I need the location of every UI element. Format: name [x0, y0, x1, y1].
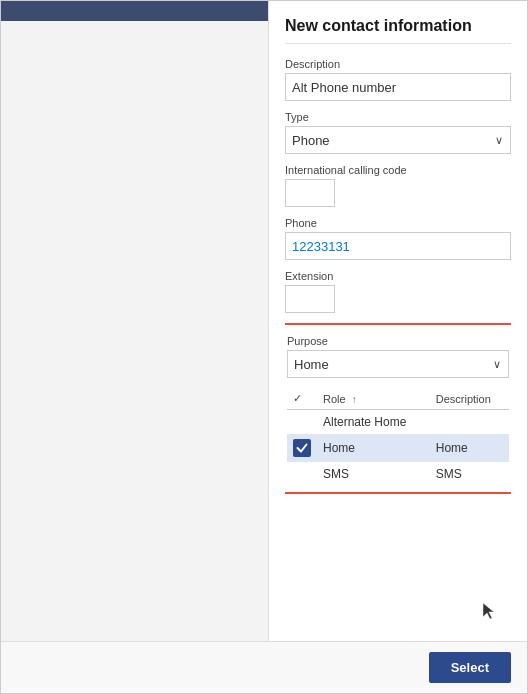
purpose-select[interactable]: Home Business Mobile Other	[287, 350, 509, 378]
sort-asc-icon: ↑	[352, 394, 357, 405]
type-group: Type Phone Email URL Fax ∨	[285, 111, 511, 154]
check-header-icon: ✓	[293, 392, 302, 404]
phone-group: Phone	[285, 217, 511, 260]
col-role-header[interactable]: Role ↑	[317, 388, 430, 410]
bottom-action-bar: Select	[1, 641, 527, 693]
description-col-label: Description	[436, 393, 491, 405]
description-label: Description	[285, 58, 511, 70]
purpose-dropdown-table: ✓ Role ↑ Description	[287, 388, 509, 486]
col-check: ✓	[287, 388, 317, 410]
type-select[interactable]: Phone Email URL Fax	[285, 126, 511, 154]
description-input[interactable]	[285, 73, 511, 101]
row-description-cell: Home	[430, 434, 509, 462]
extension-label: Extension	[285, 270, 511, 282]
table-header-row: ✓ Role ↑ Description	[287, 388, 509, 410]
row-check-cell	[287, 410, 317, 435]
intl-code-label: International calling code	[285, 164, 511, 176]
type-label: Type	[285, 111, 511, 123]
panel-title: New contact information	[285, 17, 511, 44]
table-row[interactable]: Alternate Home	[287, 410, 509, 435]
col-description-header: Description	[430, 388, 509, 410]
page-container: New contact information Description Type…	[0, 0, 528, 694]
purpose-group: Purpose Home Business Mobile Other ∨	[287, 335, 509, 378]
select-button[interactable]: Select	[429, 652, 511, 683]
row-description-cell	[430, 410, 509, 435]
row-check-cell	[287, 434, 317, 462]
left-panel-header	[1, 1, 268, 21]
cursor-indicator	[481, 601, 497, 621]
purpose-select-wrapper: Home Business Mobile Other ∨	[287, 350, 509, 378]
role-col-label: Role	[323, 393, 346, 405]
table-row[interactable]: SMS SMS	[287, 462, 509, 486]
extension-input[interactable]	[285, 285, 335, 313]
purpose-dropdown-section: Purpose Home Business Mobile Other ∨	[285, 323, 511, 494]
left-panel	[1, 1, 269, 693]
row-role-cell: SMS	[317, 462, 430, 486]
right-panel: New contact information Description Type…	[269, 1, 527, 693]
type-select-wrapper: Phone Email URL Fax ∨	[285, 126, 511, 154]
left-panel-content	[1, 21, 268, 41]
intl-code-group: International calling code	[285, 164, 511, 207]
phone-label: Phone	[285, 217, 511, 229]
row-description-cell: SMS	[430, 462, 509, 486]
selected-check-icon	[293, 439, 311, 457]
row-role-cell: Alternate Home	[317, 410, 430, 435]
table-row[interactable]: Home Home	[287, 434, 509, 462]
form-content: Description Type Phone Email URL Fax ∨	[285, 58, 511, 494]
intl-code-input[interactable]	[285, 179, 335, 207]
phone-input[interactable]	[285, 232, 511, 260]
description-group: Description	[285, 58, 511, 101]
extension-group: Extension	[285, 270, 511, 313]
row-role-cell: Home	[317, 434, 430, 462]
row-check-cell	[287, 462, 317, 486]
purpose-label: Purpose	[287, 335, 509, 347]
